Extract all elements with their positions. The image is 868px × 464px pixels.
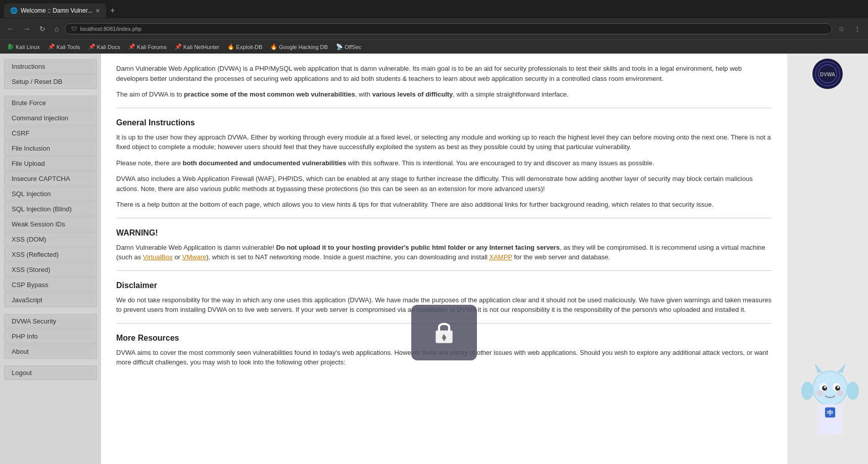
menu-icon[interactable]: ⋮ (851, 24, 864, 34)
svg-text:中: 中 (827, 409, 833, 416)
bookmark-kali-nethunter[interactable]: 📌 Kali NetHunter (172, 42, 223, 51)
browser-chrome: 🌐 Welcome :: Damn Vulner... ✕ + ← → ↻ ⌂ … (0, 0, 868, 54)
intro-p2-suffix: , with a simple straightforward interfac… (453, 90, 568, 98)
svg-marker-16 (838, 363, 846, 373)
intro-paragraph-2: The aim of DVWA is to practice some of t… (116, 89, 772, 100)
intro-paragraph-1: Damn Vulnerable Web Application (DVWA) i… (116, 64, 772, 83)
sidebar-vuln-section: Brute Force Command Injection CSRF File … (0, 96, 101, 307)
general-paragraph-4: There is a help button at the bottom of … (116, 200, 772, 210)
browser-tabs: 🌐 Welcome :: Damn Vulner... ✕ + (0, 0, 868, 18)
main-content: Damn Vulnerable Web Application (DVWA) i… (101, 54, 787, 464)
svg-point-18 (837, 390, 843, 396)
bookmark-kali-docs[interactable]: 📌 Kali Docs (85, 42, 123, 51)
tab-close-button[interactable]: ✕ (95, 8, 100, 14)
dvwa-logo-svg: DVWA (815, 61, 840, 86)
warning-p1-prefix: Damn Vulnerable Web Application is damn … (116, 244, 276, 251)
svg-point-14 (837, 386, 839, 388)
lock-icon: 1 (431, 317, 457, 348)
sidebar-top-section: Instructions Setup / Reset DB (0, 59, 101, 89)
svg-point-21 (847, 382, 859, 400)
sidebar-logout-section: Logout (0, 365, 101, 380)
sidebar-item-insecure-captcha[interactable]: Insecure CAPTCHA (4, 171, 97, 186)
lock-overlay: 1 (411, 305, 477, 360)
sidebar-item-csp-bypass[interactable]: CSP Bypass (4, 277, 97, 292)
warning-title: WARNING! (116, 228, 772, 238)
bookmark-offsec[interactable]: 📡 OffSec (333, 42, 364, 51)
reload-button[interactable]: ↻ (36, 24, 49, 34)
sidebar-item-weak-session-ids[interactable]: Weak Session IDs (4, 217, 97, 231)
bookmark-kali-tools[interactable]: 📌 Kali Tools (45, 42, 83, 51)
general-instructions-title: General Instructions (116, 118, 772, 127)
bookmarks-bar: 🐉 Kali Linux 📌 Kali Tools 📌 Kali Docs 📌 … (0, 39, 868, 54)
warning-p1-end: for the web server and database. (512, 253, 610, 261)
xampp-link[interactable]: XAMPP (490, 253, 512, 261)
tab-title: Welcome :: Damn Vulner... (21, 7, 92, 14)
sidebar-bottom-section: DVWA Security PHP Info About (0, 314, 101, 359)
divider-2 (116, 218, 772, 218)
sidebar-item-csrf[interactable]: CSRF (4, 126, 97, 141)
sidebar-item-file-upload[interactable]: File Upload (4, 156, 97, 171)
warning-p1-bold: Do not upload it to your hosting provide… (276, 244, 560, 251)
intro-p2-bold: practice some of the most common web vul… (184, 90, 355, 98)
sidebar-item-logout[interactable]: Logout (4, 365, 97, 380)
bookmark-google-hacking-db[interactable]: 🔥 Google Hacking DB (267, 42, 331, 51)
warning-paragraph-1: Damn Vulnerable Web Application is damn … (116, 243, 772, 262)
forward-button[interactable]: → (20, 24, 33, 34)
sidebar-item-setup-reset[interactable]: Setup / Reset DB (4, 74, 97, 89)
sidebar-item-sql-injection[interactable]: SQL Injection (4, 187, 97, 201)
sidebar-item-command-injection[interactable]: Command Injection (4, 111, 97, 125)
sidebar-item-brute-force[interactable]: Brute Force (4, 96, 97, 110)
intro-p2-bold2: various levels of difficulty (372, 90, 453, 98)
svg-point-13 (824, 386, 826, 388)
svg-text:1: 1 (443, 334, 446, 340)
general-paragraph-2: Please note, there are both documented a… (116, 158, 772, 168)
sidebar-item-php-info[interactable]: PHP Info (4, 329, 97, 344)
general-paragraph-1: It is up to the user how they approach D… (116, 132, 772, 152)
bookmark-exploit-db[interactable]: 🔥 Exploit-DB (224, 42, 265, 51)
sidebar-item-xss-reflected[interactable]: XSS (Reflected) (4, 247, 97, 262)
disclaimer-title: Disclaimer (116, 281, 772, 290)
sidebar-item-file-inclusion[interactable]: File Inclusion (4, 141, 97, 156)
intro-p2-middle: , with (355, 90, 372, 98)
general-p2-prefix: Please note, there are (116, 159, 183, 167)
virtualbox-link[interactable]: VirtualBox (143, 253, 173, 261)
bookmark-kali-forums[interactable]: 📌 Kali Forums (125, 42, 170, 51)
new-tab-button[interactable]: + (106, 6, 119, 15)
warning-p1-or: or (173, 253, 182, 261)
bookmark-icon[interactable]: ☆ (835, 24, 848, 34)
general-p2-suffix: with this software. This is intentional.… (346, 159, 654, 167)
dvwa-logo: DVWA (812, 59, 843, 89)
divider-1 (116, 108, 772, 108)
svg-point-17 (817, 390, 823, 396)
svg-text:DVWA: DVWA (820, 72, 835, 77)
page-wrapper: Instructions Setup / Reset DB Brute Forc… (0, 54, 868, 464)
active-tab[interactable]: 🌐 Welcome :: Damn Vulner... ✕ (4, 4, 106, 18)
address-bar[interactable]: 🛡 localhost:8081/index.php (65, 23, 832, 34)
intro-p2-prefix: The aim of DVWA is to (116, 90, 184, 98)
sidebar-divider-2 (0, 309, 101, 313)
divider-3 (116, 270, 772, 271)
warning-p1-suffix: ), which is set to NAT networking mode. … (206, 253, 489, 261)
browser-nav: ← → ↻ ⌂ 🛡 localhost:8081/index.php ☆ ⋮ (0, 18, 868, 39)
sidebar-item-sql-injection-blind[interactable]: SQL Injection (Blind) (4, 202, 97, 216)
svg-point-20 (801, 382, 813, 400)
sidebar-item-about[interactable]: About (4, 344, 97, 359)
sidebar-item-instructions[interactable]: Instructions (4, 59, 97, 74)
general-p2-bold: both documented and undocumented vulnera… (183, 159, 347, 167)
vmware-link[interactable]: VMware (182, 253, 207, 261)
sidebar-divider-3 (0, 361, 101, 365)
back-button[interactable]: ← (4, 24, 17, 34)
sidebar-item-javascript[interactable]: JavaScript (4, 293, 97, 307)
right-panel: DVWA (787, 54, 868, 464)
sidebar: Instructions Setup / Reset DB Brute Forc… (0, 54, 101, 464)
character-image: 中 (792, 358, 868, 459)
bookmark-kali-linux[interactable]: 🐉 Kali Linux (4, 42, 43, 51)
sidebar-item-xss-stored[interactable]: XSS (Stored) (4, 262, 97, 277)
tab-favicon: 🌐 (10, 7, 18, 14)
sidebar-item-dvwa-security[interactable]: DVWA Security (4, 314, 97, 329)
security-icon: 🛡 (71, 26, 77, 32)
sidebar-item-xss-dom[interactable]: XSS (DOM) (4, 232, 97, 247)
svg-marker-15 (814, 363, 823, 373)
sidebar-divider-1 (0, 91, 101, 95)
home-button[interactable]: ⌂ (52, 24, 62, 34)
